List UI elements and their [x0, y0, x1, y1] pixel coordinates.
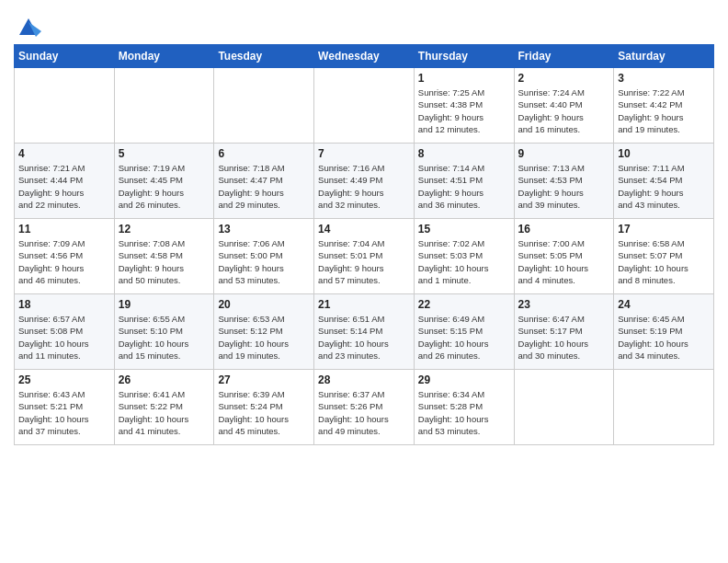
day-number: 4 [18, 147, 110, 160]
day-info: Sunrise: 6:47 AM Sunset: 5:17 PM Dayligh… [518, 313, 610, 362]
day-info: Sunrise: 7:09 AM Sunset: 4:56 PM Dayligh… [18, 237, 110, 286]
day-info: Sunrise: 7:11 AM Sunset: 4:54 PM Dayligh… [618, 162, 710, 211]
day-info: Sunrise: 6:41 AM Sunset: 5:22 PM Dayligh… [119, 388, 210, 437]
day-number: 3 [618, 72, 710, 85]
calendar-cell: 7Sunrise: 7:16 AM Sunset: 4:49 PM Daylig… [314, 144, 415, 219]
day-number: 11 [18, 223, 110, 236]
weekday-header-wednesday: Wednesday [314, 45, 415, 68]
day-info: Sunrise: 6:34 AM Sunset: 5:28 PM Dayligh… [418, 388, 510, 437]
day-info: Sunrise: 6:43 AM Sunset: 5:21 PM Dayligh… [18, 388, 110, 437]
calendar-cell: 27Sunrise: 6:39 AM Sunset: 5:24 PM Dayli… [214, 370, 314, 445]
day-number: 10 [618, 147, 710, 160]
day-number: 26 [119, 373, 210, 386]
day-info: Sunrise: 6:53 AM Sunset: 5:12 PM Dayligh… [218, 313, 310, 362]
day-number: 9 [518, 147, 610, 160]
calendar-cell: 12Sunrise: 7:08 AM Sunset: 4:58 PM Dayli… [114, 219, 214, 294]
weekday-header-friday: Friday [514, 45, 614, 68]
day-number: 8 [418, 147, 510, 160]
day-number: 23 [518, 298, 610, 311]
calendar-cell: 23Sunrise: 6:47 AM Sunset: 5:17 PM Dayli… [514, 294, 614, 370]
day-number: 7 [318, 147, 410, 160]
calendar-table: SundayMondayTuesdayWednesdayThursdayFrid… [14, 44, 714, 445]
day-info: Sunrise: 6:58 AM Sunset: 5:07 PM Dayligh… [618, 237, 710, 286]
day-number: 20 [218, 298, 310, 311]
day-number: 24 [618, 298, 710, 311]
calendar-cell [614, 370, 714, 445]
calendar-cell [514, 370, 614, 445]
calendar-cell: 28Sunrise: 6:37 AM Sunset: 5:26 PM Dayli… [314, 370, 415, 445]
day-info: Sunrise: 7:02 AM Sunset: 5:03 PM Dayligh… [418, 237, 510, 286]
calendar-cell: 18Sunrise: 6:57 AM Sunset: 5:08 PM Dayli… [15, 294, 115, 370]
day-number: 29 [418, 373, 510, 386]
calendar-cell: 4Sunrise: 7:21 AM Sunset: 4:44 PM Daylig… [15, 144, 115, 219]
calendar-cell: 24Sunrise: 6:45 AM Sunset: 5:19 PM Dayli… [614, 294, 714, 370]
day-info: Sunrise: 7:06 AM Sunset: 5:00 PM Dayligh… [218, 237, 310, 286]
weekday-header-sunday: Sunday [15, 45, 115, 68]
calendar-week-row: 4Sunrise: 7:21 AM Sunset: 4:44 PM Daylig… [15, 144, 714, 219]
calendar-cell: 6Sunrise: 7:18 AM Sunset: 4:47 PM Daylig… [214, 144, 314, 219]
day-info: Sunrise: 7:08 AM Sunset: 4:58 PM Dayligh… [119, 237, 210, 286]
day-info: Sunrise: 6:45 AM Sunset: 5:19 PM Dayligh… [618, 313, 710, 362]
day-number: 5 [119, 147, 210, 160]
calendar-week-row: 1Sunrise: 7:25 AM Sunset: 4:38 PM Daylig… [15, 68, 714, 144]
day-info: Sunrise: 6:55 AM Sunset: 5:10 PM Dayligh… [119, 313, 210, 362]
day-number: 21 [318, 298, 410, 311]
day-number: 17 [618, 223, 710, 236]
calendar-cell: 19Sunrise: 6:55 AM Sunset: 5:10 PM Dayli… [114, 294, 214, 370]
calendar-week-row: 11Sunrise: 7:09 AM Sunset: 4:56 PM Dayli… [15, 219, 714, 294]
day-number: 22 [418, 298, 510, 311]
calendar-cell: 17Sunrise: 6:58 AM Sunset: 5:07 PM Dayli… [614, 219, 714, 294]
day-info: Sunrise: 6:57 AM Sunset: 5:08 PM Dayligh… [18, 313, 110, 362]
calendar-cell: 15Sunrise: 7:02 AM Sunset: 5:03 PM Dayli… [414, 219, 514, 294]
calendar-cell: 1Sunrise: 7:25 AM Sunset: 4:38 PM Daylig… [414, 68, 514, 144]
day-info: Sunrise: 7:14 AM Sunset: 4:51 PM Dayligh… [418, 162, 510, 211]
weekday-header-thursday: Thursday [414, 45, 514, 68]
calendar-cell: 10Sunrise: 7:11 AM Sunset: 4:54 PM Dayli… [614, 144, 714, 219]
day-number: 19 [119, 298, 210, 311]
calendar-cell: 14Sunrise: 7:04 AM Sunset: 5:01 PM Dayli… [314, 219, 415, 294]
weekday-header-row: SundayMondayTuesdayWednesdayThursdayFrid… [15, 45, 714, 68]
calendar-cell: 5Sunrise: 7:19 AM Sunset: 4:45 PM Daylig… [114, 144, 214, 219]
day-number: 16 [518, 223, 610, 236]
day-number: 6 [218, 147, 310, 160]
weekday-header-saturday: Saturday [614, 45, 714, 68]
calendar-cell: 3Sunrise: 7:22 AM Sunset: 4:42 PM Daylig… [614, 68, 714, 144]
calendar-cell: 22Sunrise: 6:49 AM Sunset: 5:15 PM Dayli… [414, 294, 514, 370]
day-info: Sunrise: 7:21 AM Sunset: 4:44 PM Dayligh… [18, 162, 110, 211]
day-info: Sunrise: 7:00 AM Sunset: 5:05 PM Dayligh… [518, 237, 610, 286]
day-info: Sunrise: 7:13 AM Sunset: 4:53 PM Dayligh… [518, 162, 610, 211]
day-info: Sunrise: 7:19 AM Sunset: 4:45 PM Dayligh… [119, 162, 210, 211]
calendar-cell [114, 68, 214, 144]
weekday-header-tuesday: Tuesday [214, 45, 314, 68]
calendar-cell: 9Sunrise: 7:13 AM Sunset: 4:53 PM Daylig… [514, 144, 614, 219]
day-number: 1 [418, 72, 510, 85]
day-number: 15 [418, 223, 510, 236]
day-number: 27 [218, 373, 310, 386]
calendar-cell: 16Sunrise: 7:00 AM Sunset: 5:05 PM Dayli… [514, 219, 614, 294]
day-info: Sunrise: 7:18 AM Sunset: 4:47 PM Dayligh… [218, 162, 310, 211]
calendar-cell: 20Sunrise: 6:53 AM Sunset: 5:12 PM Dayli… [214, 294, 314, 370]
day-info: Sunrise: 7:22 AM Sunset: 4:42 PM Dayligh… [618, 86, 710, 135]
calendar-cell: 26Sunrise: 6:41 AM Sunset: 5:22 PM Dayli… [114, 370, 214, 445]
calendar-week-row: 25Sunrise: 6:43 AM Sunset: 5:21 PM Dayli… [15, 370, 714, 445]
calendar-cell [314, 68, 415, 144]
calendar-cell [15, 68, 115, 144]
calendar-cell: 2Sunrise: 7:24 AM Sunset: 4:40 PM Daylig… [514, 68, 614, 144]
day-info: Sunrise: 6:37 AM Sunset: 5:26 PM Dayligh… [318, 388, 410, 437]
day-info: Sunrise: 6:39 AM Sunset: 5:24 PM Dayligh… [218, 388, 310, 437]
day-number: 12 [119, 223, 210, 236]
calendar-cell: 13Sunrise: 7:06 AM Sunset: 5:00 PM Dayli… [214, 219, 314, 294]
day-info: Sunrise: 6:51 AM Sunset: 5:14 PM Dayligh… [318, 313, 410, 362]
calendar-cell: 11Sunrise: 7:09 AM Sunset: 4:56 PM Dayli… [15, 219, 115, 294]
day-number: 18 [18, 298, 110, 311]
day-number: 28 [318, 373, 410, 386]
day-info: Sunrise: 6:49 AM Sunset: 5:15 PM Dayligh… [418, 313, 510, 362]
calendar-cell: 25Sunrise: 6:43 AM Sunset: 5:21 PM Dayli… [15, 370, 115, 445]
calendar-cell: 8Sunrise: 7:14 AM Sunset: 4:51 PM Daylig… [414, 144, 514, 219]
logo-icon [16, 13, 41, 39]
day-info: Sunrise: 7:04 AM Sunset: 5:01 PM Dayligh… [318, 237, 410, 286]
calendar-week-row: 18Sunrise: 6:57 AM Sunset: 5:08 PM Dayli… [15, 294, 714, 370]
day-info: Sunrise: 7:25 AM Sunset: 4:38 PM Dayligh… [418, 86, 510, 135]
logo [14, 13, 41, 39]
calendar-cell [214, 68, 314, 144]
